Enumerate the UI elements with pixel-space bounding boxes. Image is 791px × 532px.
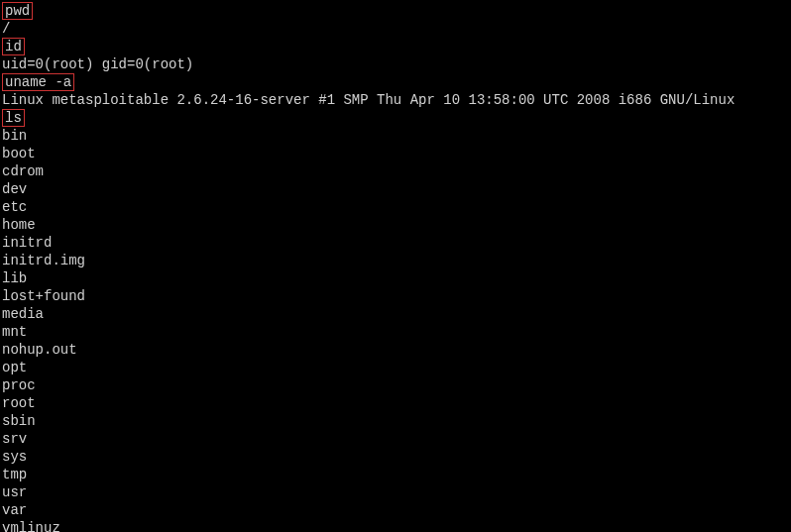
terminal-output-line: nohup.out bbox=[2, 341, 789, 359]
terminal-output-line: cdrom bbox=[2, 162, 789, 180]
terminal-output-line: media bbox=[2, 305, 789, 323]
terminal-output-line: usr bbox=[2, 483, 789, 501]
terminal-output-line: opt bbox=[2, 359, 789, 376]
terminal-output-line: var bbox=[2, 501, 789, 519]
terminal-line: ls bbox=[2, 109, 789, 127]
terminal-output-line: / bbox=[2, 20, 789, 38]
terminal-output-line: uid=0(root) gid=0(root) bbox=[2, 55, 789, 73]
terminal-output-line: Linux metasploitable 2.6.24-16-server #1… bbox=[2, 91, 789, 109]
terminal-output-line: initrd bbox=[2, 234, 789, 252]
terminal-output-line: mnt bbox=[2, 323, 789, 341]
terminal-output-line: root bbox=[2, 394, 789, 412]
terminal-output-line: boot bbox=[2, 145, 789, 162]
terminal-output-line: proc bbox=[2, 376, 789, 394]
terminal-output-line: sys bbox=[2, 448, 789, 466]
terminal-command: ls bbox=[2, 109, 25, 127]
terminal-output-line: srv bbox=[2, 430, 789, 448]
terminal-output-line: sbin bbox=[2, 412, 789, 430]
terminal-command: uname -a bbox=[2, 73, 74, 91]
terminal-line: id bbox=[2, 38, 789, 55]
terminal-output[interactable]: pwd/iduid=0(root) gid=0(root)uname -aLin… bbox=[2, 2, 789, 532]
terminal-output-line: lib bbox=[2, 269, 789, 287]
terminal-line: uname -a bbox=[2, 73, 789, 91]
terminal-output-line: home bbox=[2, 216, 789, 234]
terminal-command: pwd bbox=[2, 2, 33, 20]
terminal-output-line: etc bbox=[2, 198, 789, 216]
terminal-output-line: vmlinuz bbox=[2, 519, 789, 532]
terminal-command: id bbox=[2, 38, 25, 55]
terminal-output-line: tmp bbox=[2, 466, 789, 483]
terminal-output-line: initrd.img bbox=[2, 252, 789, 269]
terminal-output-line: lost+found bbox=[2, 287, 789, 305]
terminal-output-line: dev bbox=[2, 180, 789, 198]
terminal-line: pwd bbox=[2, 2, 789, 20]
terminal-output-line: bin bbox=[2, 127, 789, 145]
